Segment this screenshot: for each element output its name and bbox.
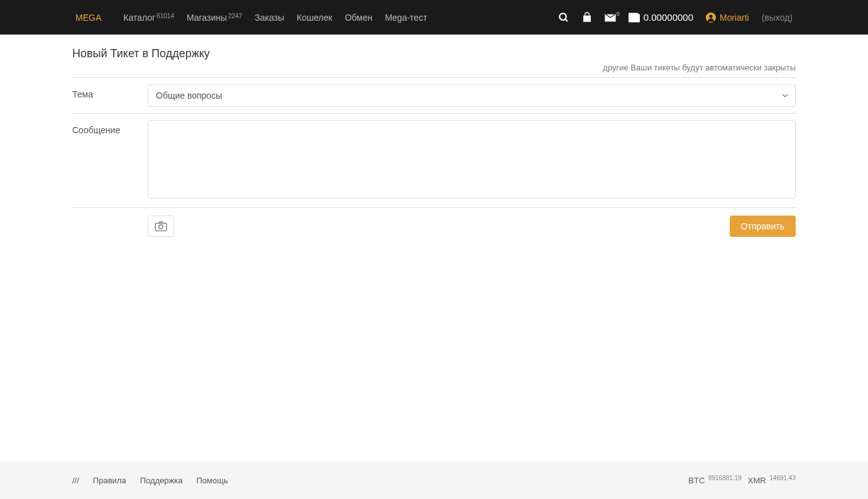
- logout-link[interactable]: (выход): [762, 13, 793, 23]
- nav-links: Каталог 61014 Магазины 2247 Заказы Кошел…: [123, 13, 427, 23]
- btc-rate: BTC 8916881.19: [688, 474, 741, 485]
- bag-icon[interactable]: [582, 12, 592, 23]
- footer-slash[interactable]: ///: [72, 476, 79, 485]
- nav-catalog-label: Каталог: [123, 13, 155, 23]
- nav-catalog[interactable]: Каталог 61014: [123, 13, 174, 23]
- footer-help[interactable]: Помощь: [196, 476, 228, 485]
- header-right: 0 0.00000000 Moriarti (выход): [558, 12, 793, 23]
- svg-rect-3: [629, 13, 638, 14]
- message-label: Сообщение: [72, 120, 148, 201]
- balance[interactable]: 0.00000000: [629, 12, 693, 23]
- svg-line-1: [565, 19, 568, 21]
- footer-rules[interactable]: Правила: [93, 476, 126, 485]
- mail-badge: 0: [617, 11, 620, 17]
- topic-label: Тема: [72, 84, 148, 107]
- content: Новый Тикет в Поддержку другие Ваши тике…: [0, 35, 868, 461]
- btc-label: BTC: [688, 476, 705, 486]
- footer: /// Правила Поддержка Помощь BTC 8916881…: [0, 461, 868, 499]
- nav-exchange[interactable]: Обмен: [345, 13, 373, 23]
- search-icon[interactable]: [558, 12, 569, 23]
- svg-point-7: [159, 225, 163, 229]
- nav-catalog-count: 61014: [157, 13, 174, 19]
- attach-photo-button[interactable]: [148, 216, 174, 237]
- xmr-rate: XMR 14691.43: [748, 474, 796, 485]
- svg-rect-2: [629, 14, 640, 23]
- topic-select[interactable]: Общие вопросы: [148, 84, 796, 107]
- svg-point-0: [559, 13, 566, 20]
- wallet-icon: [629, 13, 640, 23]
- balance-value: 0.00000000: [644, 12, 693, 23]
- svg-point-5: [709, 14, 712, 18]
- footer-support[interactable]: Поддержка: [140, 476, 183, 485]
- page-subtitle: другие Ваши тикеты будут автоматически з…: [72, 63, 796, 72]
- user-icon: [706, 13, 716, 23]
- message-textarea[interactable]: [148, 120, 796, 199]
- nav-orders[interactable]: Заказы: [255, 13, 284, 23]
- username: Moriarti: [720, 13, 749, 23]
- nav-shops-count: 2247: [228, 13, 242, 19]
- submit-button[interactable]: Отправить: [730, 216, 796, 237]
- header: MEGA Каталог 61014 Магазины 2247 Заказы …: [0, 0, 868, 35]
- nav-wallet[interactable]: Кошелек: [297, 13, 332, 23]
- nav-megatest[interactable]: Mega-тест: [385, 13, 427, 23]
- page-title: Новый Тикет в Поддержку: [72, 47, 796, 60]
- nav-shops[interactable]: Магазины 2247: [187, 13, 242, 23]
- xmr-label: XMR: [748, 476, 766, 486]
- topic-select-wrap: Общие вопросы: [148, 84, 796, 107]
- form-row-message: Сообщение: [72, 114, 796, 208]
- user-link[interactable]: Moriarti: [706, 13, 749, 23]
- camera-icon: [155, 221, 167, 231]
- nav-shops-label: Магазины: [187, 13, 227, 23]
- form-row-topic: Тема Общие вопросы: [72, 78, 796, 114]
- mail-icon[interactable]: 0: [605, 13, 616, 22]
- actions-row: Отправить: [72, 208, 796, 237]
- btc-value: 8916881.19: [708, 474, 742, 481]
- footer-links: /// Правила Поддержка Помощь: [72, 476, 228, 485]
- logo[interactable]: MEGA: [75, 13, 101, 23]
- footer-rates: BTC 8916881.19 XMR 14691.43: [688, 474, 796, 485]
- xmr-value: 14691.43: [769, 474, 796, 481]
